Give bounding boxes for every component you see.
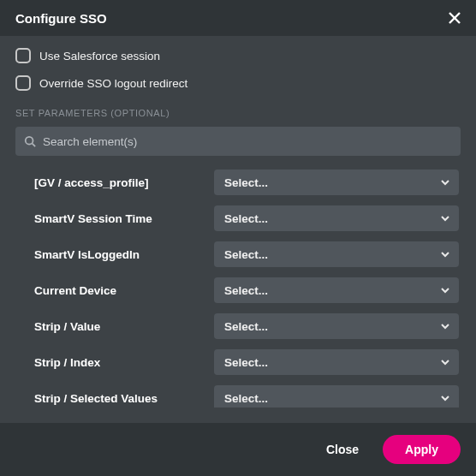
param-row: Current DeviceSelect...: [15, 272, 459, 308]
chevron-down-icon: [440, 249, 450, 259]
parameters-list: [GV / access_profile]Select...SmartV Ses…: [15, 164, 461, 408]
svg-point-2: [26, 137, 33, 145]
param-select[interactable]: Select...: [214, 385, 459, 408]
select-value: Select...: [224, 248, 268, 261]
apply-button[interactable]: Apply: [383, 435, 461, 464]
select-value: Select...: [224, 284, 268, 297]
checkbox-label: Override SSO logout redirect: [39, 77, 187, 90]
param-label: Strip / Value: [34, 320, 202, 333]
param-label: Strip / Selected Values: [34, 392, 202, 405]
configure-sso-dialog: Configure SSO Use Salesforce session Ove…: [0, 0, 476, 476]
param-row: Strip / IndexSelect...: [15, 344, 459, 380]
close-button[interactable]: Close: [312, 436, 372, 463]
param-select[interactable]: Select...: [214, 170, 459, 195]
close-icon[interactable]: [445, 9, 464, 27]
param-label: Strip / Index: [34, 356, 202, 369]
dialog-body: Use Salesforce session Override SSO logo…: [0, 36, 476, 423]
param-row: SmartV IsLoggedInSelect...: [15, 236, 459, 272]
checkbox-label: Use Salesforce session: [39, 50, 160, 62]
param-row: Strip / Selected ValuesSelect...: [15, 380, 459, 408]
checkbox-override-sso-logout[interactable]: Override SSO logout redirect: [15, 75, 461, 91]
param-label: SmartV Session Time: [34, 212, 202, 225]
param-label: SmartV IsLoggedIn: [34, 248, 202, 261]
search-wrap: [15, 127, 461, 156]
search-input[interactable]: [15, 127, 461, 156]
param-row: Strip / ValueSelect...: [15, 308, 459, 344]
chevron-down-icon: [440, 321, 450, 331]
param-row: SmartV Session TimeSelect...: [15, 200, 459, 236]
chevron-down-icon: [440, 357, 450, 367]
param-label: Current Device: [34, 284, 202, 297]
select-value: Select...: [224, 392, 268, 405]
dialog-title: Configure SSO: [15, 11, 107, 26]
chevron-down-icon: [440, 177, 450, 187]
select-value: Select...: [224, 176, 268, 189]
dialog-footer: Close Apply: [0, 423, 476, 476]
param-row: [GV / access_profile]Select...: [15, 164, 459, 200]
select-value: Select...: [224, 320, 268, 333]
dialog-titlebar: Configure SSO: [0, 0, 476, 36]
checkbox-icon: [15, 48, 31, 63]
param-label: [GV / access_profile]: [34, 176, 202, 189]
chevron-down-icon: [440, 213, 450, 223]
chevron-down-icon: [440, 393, 450, 403]
param-select[interactable]: Select...: [214, 205, 459, 231]
param-select[interactable]: Select...: [214, 349, 459, 375]
param-select[interactable]: Select...: [214, 241, 459, 267]
param-select[interactable]: Select...: [214, 277, 459, 303]
svg-line-3: [33, 144, 36, 147]
chevron-down-icon: [440, 285, 450, 295]
set-parameters-label: SET PARAMETERS (OPTIONAL): [15, 108, 461, 118]
select-value: Select...: [224, 212, 268, 225]
select-value: Select...: [224, 356, 268, 369]
checkbox-use-salesforce-session[interactable]: Use Salesforce session: [15, 48, 461, 63]
search-icon: [24, 135, 36, 147]
param-select[interactable]: Select...: [214, 313, 459, 339]
checkbox-icon: [15, 75, 31, 91]
